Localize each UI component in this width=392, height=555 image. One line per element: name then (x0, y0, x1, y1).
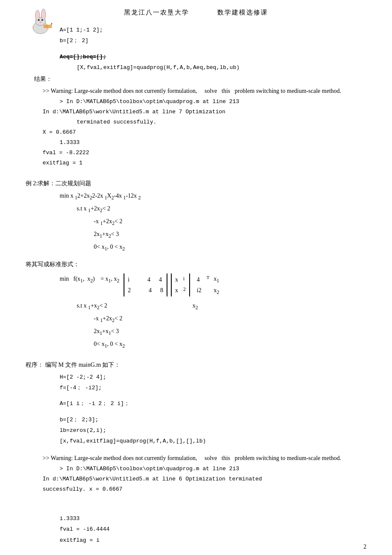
warning-block-1: >> Warning: Large-scale method does not … (43, 86, 366, 168)
page-number: 2 (363, 543, 366, 550)
i2-block: 4 i2 (193, 273, 205, 296)
matrix-row-1: i44 (128, 274, 163, 285)
x2-label: x2 (213, 285, 219, 297)
course-name: 数学建模选修课 (217, 9, 268, 16)
st2-c3: 2x1+x1< 3 (94, 326, 366, 338)
svg-rect-9 (43, 25, 52, 28)
x-vector: xi x2 (171, 273, 190, 296)
min-label: min f(x1, x2) (60, 273, 95, 285)
result2-x2: i.3333 (60, 514, 366, 523)
matrix-left: i44 248 (124, 273, 167, 296)
example2-c2: -x 1+2x2< 2 (94, 216, 366, 228)
x-value-1: X = 0.6667 (43, 128, 366, 137)
main-content: A=[1 1;-1 2]; b=[2； 2] Aeq=[];beq=[]; [X… (26, 25, 366, 545)
example2-c3: 2x1+x2< 3 (94, 229, 366, 241)
result2-exitflag: exitflag = i (60, 535, 366, 545)
svg-point-4 (36, 11, 39, 20)
equals-sign: = x1, x2 (99, 273, 119, 285)
prog-line-6: [x,fval,exitflag]=quadprog(H,f,A,b,[],[]… (60, 436, 366, 446)
x-labels: x1 x2 (213, 273, 219, 297)
code-line-1: A=[1 1;-1 2]; (60, 25, 366, 35)
path-line-1: > In D:\MATLAB6p5\toolbox\optim\quadprog… (60, 97, 366, 106)
prog-line-2: f=[-4； -i2]; (60, 383, 366, 393)
warning-text-1: >> Warning: Large-scale method does not … (43, 86, 366, 96)
path-line-5: successfully. x = 0.6667 (43, 485, 366, 494)
fval-1: fval = -8.2222 (43, 148, 366, 158)
warning-block-2: >> Warning: Large-scale method does not … (43, 453, 366, 494)
path-line-2: In d:\MATLAB6p5\work\Untitled5.m at line… (43, 107, 366, 117)
path-line-4: In d:\MATLAB6p5\work\Untitled5.m at line… (43, 474, 366, 484)
result2-fval: fval = -i6.4444 (60, 524, 366, 534)
code-line-4: [X,fval,exitflag]=quadprog(H,f,A,b,Aeq,b… (77, 63, 366, 72)
university-name: 黑龙江八一农垦大学 (124, 9, 189, 16)
example2-st: s.t x 1+2x2< 2 (77, 203, 366, 215)
prog-line-5: lb=zeros(2,i); (60, 426, 366, 435)
result-label-1: 结果： (34, 74, 366, 84)
program-label: 程序： 编写 M 文件 mainG.m 如下： (26, 359, 366, 370)
coeff-4: 4 (197, 274, 202, 285)
x-value-2: 1.3333 (60, 138, 366, 147)
example2-title: 例 2:求解：二次规划问题 (26, 178, 366, 189)
svg-line-10 (51, 23, 52, 25)
warning-text-2: >> Warning: Large-scale method does not … (43, 453, 366, 463)
prog-line-4: b=[2； 2;3]; (60, 415, 366, 425)
st2-c1: s.t x 1+x2< 2x2 (77, 300, 366, 312)
standard-form-label: 将其写成标准形式： (26, 259, 366, 270)
coeff-i2: i2 (197, 285, 202, 296)
svg-point-7 (41, 19, 43, 21)
matrix-block: min f(x1, x2) = x1, x2 i44 248 xi x2 4 i… (60, 273, 366, 297)
transpose-T: T (207, 273, 210, 282)
example2-obj: min x 12+2x22-2x 1X2-4x 1-12x 2 (60, 190, 366, 202)
header-title: 黑龙江八一农垦大学 数学建模选修课 (111, 9, 281, 17)
svg-point-8 (40, 22, 41, 23)
university-logo (26, 9, 60, 38)
matrix-row-2: 248 (128, 285, 163, 296)
x1-label: x1 (213, 273, 219, 285)
x-row-1: xi (175, 274, 186, 285)
exitflag-1: exitflag = 1 (43, 158, 366, 168)
path-line-3: > In D:\MATLAB6p5\toolbox\optim\quadprog… (60, 464, 366, 474)
code-line-2: b=[2； 2] (60, 36, 366, 46)
code-line-3: Aeq=[];beq=[]; (60, 52, 366, 62)
page-header: 黑龙江八一农垦大学 数学建模选修课 (26, 9, 366, 17)
x-row-2: x2 (175, 285, 186, 296)
prog-line-3: A=[i i； -i 2； 2 i]； (60, 399, 366, 408)
svg-point-5 (42, 10, 45, 19)
svg-point-6 (38, 19, 40, 21)
st2-c2: -x 1+2x2< 2 (94, 313, 366, 325)
terminated-1: terminated successfully. (77, 118, 366, 127)
example2-c4: 0< x1, 0 < x2 (94, 242, 366, 253)
prog-line-1: H=[2 -2;-2 4]; (60, 372, 366, 382)
st2-c4: 0< x1, 0 < x2 (94, 339, 366, 351)
